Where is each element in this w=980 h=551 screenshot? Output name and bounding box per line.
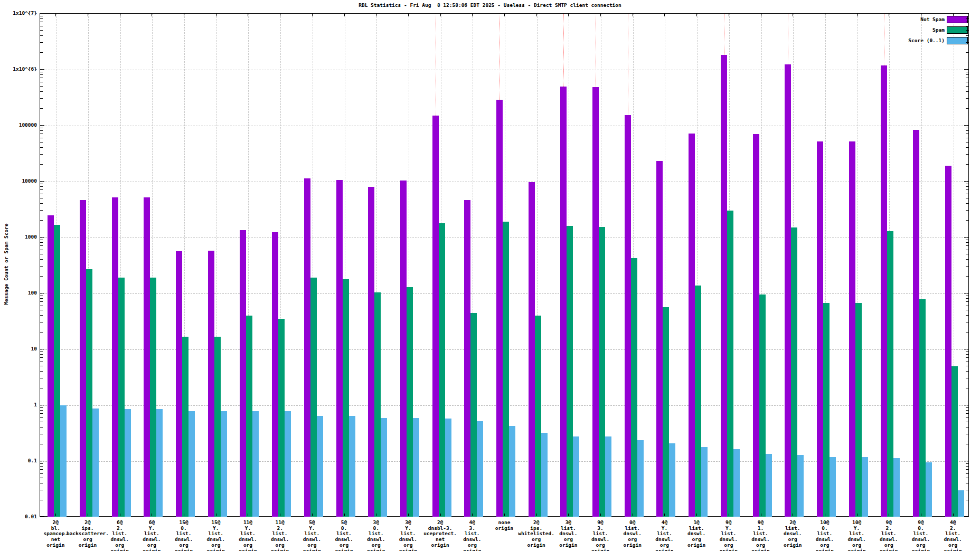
legend-swatch bbox=[947, 37, 968, 44]
tall-bar-stem bbox=[628, 14, 628, 115]
axis-tick bbox=[966, 130, 968, 131]
axis-tick bbox=[966, 52, 968, 53]
x-tick-label: 4@ 2. list. dnswl. org origin bbox=[924, 520, 980, 551]
axis-tick bbox=[216, 14, 216, 16]
axis-tick bbox=[600, 14, 601, 16]
axis-tick bbox=[964, 181, 968, 182]
plot-area bbox=[40, 13, 969, 517]
chart-title: RBL Statistics - Fri Aug 8 12:58:06 EDT … bbox=[0, 2, 980, 8]
axis-tick bbox=[966, 466, 968, 467]
axis-tick bbox=[966, 434, 968, 434]
bar-not-spam bbox=[625, 115, 631, 517]
y-tick-label: 10 bbox=[0, 346, 37, 352]
axis-tick bbox=[216, 514, 216, 516]
bar-spam bbox=[150, 278, 156, 517]
bar-spam bbox=[855, 303, 862, 517]
bar-spam bbox=[919, 299, 926, 517]
tall-bar-stem bbox=[436, 14, 436, 116]
axis-tick bbox=[40, 322, 43, 322]
bar-score bbox=[893, 458, 900, 517]
bar-not-spam bbox=[240, 230, 246, 517]
axis-tick bbox=[40, 378, 43, 378]
axis-tick bbox=[966, 483, 968, 483]
axis-tick bbox=[664, 514, 665, 516]
axis-tick bbox=[729, 14, 729, 16]
axis-tick bbox=[40, 478, 43, 478]
bar-not-spam bbox=[560, 87, 567, 517]
axis-tick bbox=[966, 322, 968, 322]
axis-tick bbox=[966, 259, 968, 260]
axis-tick bbox=[40, 35, 43, 36]
axis-tick bbox=[40, 98, 43, 99]
y-tick-label: 10000 bbox=[0, 178, 37, 184]
bar-score bbox=[477, 421, 483, 517]
bar-score bbox=[637, 440, 644, 517]
axis-tick bbox=[40, 74, 43, 75]
axis-tick bbox=[440, 14, 441, 16]
axis-tick bbox=[184, 14, 184, 16]
axis-tick bbox=[966, 42, 968, 43]
bar-score bbox=[317, 416, 323, 517]
bar-not-spam bbox=[913, 130, 919, 517]
bar-spam bbox=[343, 279, 349, 517]
axis-tick bbox=[40, 210, 43, 211]
axis-tick bbox=[40, 473, 43, 474]
axis-tick bbox=[472, 514, 473, 516]
axis-tick bbox=[966, 332, 968, 332]
axis-tick bbox=[966, 198, 968, 198]
axis-tick bbox=[40, 354, 43, 355]
axis-tick bbox=[40, 245, 43, 246]
bar-score bbox=[60, 405, 67, 517]
axis-tick bbox=[600, 514, 601, 516]
axis-tick bbox=[312, 514, 313, 516]
bar-not-spam bbox=[592, 87, 599, 517]
axis-tick bbox=[966, 82, 968, 82]
axis-tick bbox=[248, 14, 248, 16]
axis-tick bbox=[966, 147, 968, 148]
axis-tick bbox=[966, 203, 968, 204]
axis-tick bbox=[88, 514, 88, 516]
axis-tick bbox=[40, 13, 44, 14]
axis-tick bbox=[966, 388, 968, 388]
tall-bar-stem bbox=[596, 14, 596, 87]
bar-spam bbox=[470, 313, 477, 517]
axis-tick bbox=[40, 444, 43, 444]
axis-tick bbox=[40, 362, 43, 362]
axis-tick bbox=[40, 410, 43, 411]
axis-tick bbox=[966, 240, 968, 240]
axis-tick bbox=[966, 444, 968, 444]
axis-tick bbox=[504, 14, 505, 16]
axis-tick bbox=[966, 490, 968, 490]
axis-tick bbox=[966, 86, 968, 87]
axis-tick bbox=[40, 164, 43, 165]
axis-tick bbox=[40, 266, 43, 267]
axis-tick bbox=[966, 18, 968, 19]
axis-tick bbox=[966, 296, 968, 296]
axis-tick bbox=[152, 514, 152, 516]
axis-tick bbox=[964, 237, 968, 238]
bar-spam bbox=[567, 226, 573, 517]
bar-score bbox=[541, 433, 548, 517]
h-gridline bbox=[40, 126, 968, 126]
bar-spam bbox=[823, 303, 830, 517]
legend-swatch bbox=[947, 26, 968, 34]
axis-tick bbox=[40, 194, 43, 194]
axis-tick bbox=[966, 242, 968, 243]
axis-tick bbox=[248, 514, 248, 516]
axis-tick bbox=[40, 466, 43, 467]
axis-tick bbox=[40, 352, 43, 352]
bar-score bbox=[221, 411, 227, 517]
axis-tick bbox=[40, 315, 43, 316]
axis-tick bbox=[966, 138, 968, 138]
axis-tick bbox=[966, 72, 968, 72]
legend-label: Spam bbox=[932, 27, 945, 33]
axis-tick bbox=[964, 125, 968, 126]
axis-tick bbox=[152, 14, 152, 16]
tall-bar-stem bbox=[500, 14, 500, 100]
axis-tick bbox=[966, 306, 968, 306]
axis-tick bbox=[536, 514, 537, 516]
bar-spam bbox=[214, 337, 221, 517]
axis-tick bbox=[40, 422, 43, 422]
bar-not-spam bbox=[721, 55, 727, 517]
axis-tick bbox=[40, 72, 43, 72]
